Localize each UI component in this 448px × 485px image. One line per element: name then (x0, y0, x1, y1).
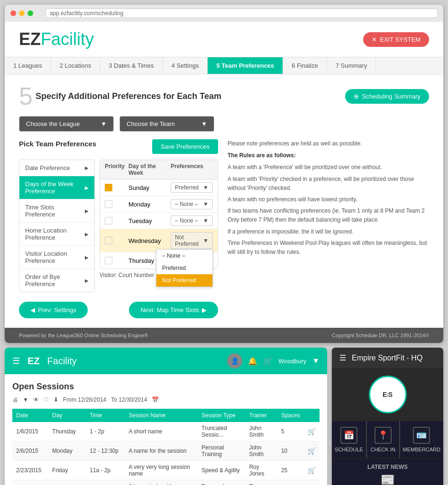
dropdown-option-none[interactable]: – None – (156, 250, 212, 262)
dropdown-option-not-preferred[interactable]: Not Preferred (156, 274, 212, 287)
sessions-table: Date Day Time Session Name Session Type … (12, 409, 320, 485)
exit-system-button[interactable]: ✕ EXIT SYSTEM (363, 32, 429, 47)
pref-item-visitor-location[interactable]: Visitor Location Preference ▶ (19, 246, 94, 269)
table-row: Monday – None – ▼ (100, 196, 218, 213)
calendar-icon[interactable]: 📅 (152, 396, 159, 403)
col-session-type[interactable]: Session Type (198, 409, 245, 422)
pref-item-time-slots[interactable]: Time Slots Preference ▶ (19, 199, 94, 223)
chevron-down-icon: ▼ (203, 237, 209, 244)
prev-button[interactable]: ◀ Prev: Settings (19, 302, 88, 318)
logo: EZFacility (19, 29, 94, 49)
col-action (304, 409, 320, 422)
step-number: 5 (19, 84, 33, 108)
priority-checkbox-thursday[interactable] (105, 257, 112, 264)
tab-team-preferences[interactable]: 5 Team Preferences (208, 57, 283, 74)
empire-header: ☰ Empire SportFit - HQ (332, 348, 443, 368)
arrow-icon: ▶ (85, 255, 89, 260)
hamburger-menu-icon[interactable]: ☰ (339, 353, 346, 362)
pref-dropdown-sunday[interactable]: Preferred ▼ (171, 182, 213, 193)
close-window-icon[interactable] (10, 10, 16, 16)
choose-team-dropdown[interactable]: Choose the Team ▼ (119, 116, 214, 132)
empire-logo-area: E | S (332, 368, 443, 421)
pref-item-bye-order[interactable]: Order of Bye Preference ▶ (19, 269, 94, 292)
col-time[interactable]: Time (86, 409, 125, 422)
schedule-item[interactable]: 📅 SCHEDULE (332, 421, 366, 458)
table-row: Tuesday – None – ▼ (100, 213, 218, 229)
priority-checkbox-tuesday[interactable] (105, 217, 112, 225)
rules-info: Please note preferences are held as well… (228, 139, 429, 257)
cart-icon[interactable]: 🛒 (308, 447, 316, 455)
col-session-name[interactable]: Session Name (125, 409, 198, 422)
cart-icon[interactable]: 🛒 (308, 428, 316, 435)
arrow-icon: ▶ (85, 165, 89, 171)
col-date[interactable]: Date (12, 409, 48, 422)
table-row: 2/23/2015Friday11a - 2pA very very long … (12, 461, 320, 480)
table-header-row: Date Day Time Session Name Session Type … (12, 409, 320, 422)
footer: Powered by the League360 Online Scheduli… (5, 328, 443, 343)
dropdown-popup-menu: – None – Preferred Not Preferred (156, 249, 213, 287)
dropdown-option-preferred[interactable]: Preferred (156, 262, 212, 274)
chevron-down-icon: ▼ (203, 217, 209, 224)
step-header: 5 Specify Additional Preferences for Eac… (19, 84, 429, 108)
pref-dropdown-monday[interactable]: – None – ▼ (171, 199, 213, 209)
tab-finalize[interactable]: 6 Finalize (283, 57, 327, 74)
maximize-window-icon[interactable] (27, 10, 33, 16)
sessions-panel: ☰ EZFacility 👤 🔔 🛒 Woodbury ▼ Open Sessi… (5, 348, 327, 485)
pick-team-pref-title: Pick Team Preferences (19, 140, 96, 148)
pref-item-days[interactable]: Days of the Week Preference ▶ (19, 176, 94, 199)
membercard-item[interactable]: 🪪 MEMBERCARD (400, 421, 443, 458)
filter-icon[interactable]: ▼ (23, 396, 28, 403)
choose-league-dropdown[interactable]: Choose the League ▼ (19, 116, 114, 132)
priority-checkbox-sunday[interactable] (105, 184, 112, 191)
preference-table: Priority Day of the Week Preferences Sun… (100, 160, 218, 269)
view-icon[interactable]: 👁 (33, 396, 39, 403)
league-team-dropdowns: Choose the League ▼ Choose the Team ▼ (19, 116, 429, 132)
export-icon[interactable]: ⬇ (54, 396, 58, 403)
minimize-window-icon[interactable] (19, 10, 25, 16)
bell-icon[interactable]: 🔔 (248, 357, 257, 366)
pref-item-home-location[interactable]: Home Location Preference ▶ (19, 223, 94, 246)
next-button[interactable]: Next: Map Time Slots ▶ (129, 302, 218, 318)
empire-nav-grid: 📅 SCHEDULE 📍 CHECK IN 🪪 MEMBERCARD (332, 421, 443, 458)
location-text: Woodbury (278, 358, 306, 365)
content-row: Pick Team Preferences Save Preferences D… (19, 139, 429, 318)
right-panel: Please note preferences are held as well… (228, 139, 429, 318)
tab-locations[interactable]: 2 Locations (51, 57, 101, 74)
tab-dates-times[interactable]: 3 Dates & Times (100, 57, 163, 74)
date-from-label: From 12/26/2014 (63, 396, 106, 403)
sessions-logo-facility: Facility (47, 356, 77, 367)
pref-item-date[interactable]: Date Preference ▶ (19, 160, 94, 176)
scheduling-summary-button[interactable]: ⊕ Scheduling Summary (345, 89, 429, 104)
arrow-icon: ▶ (85, 232, 89, 237)
date-to-label: To 12/30/2014 (111, 396, 147, 403)
empire-logo: E | S (369, 376, 407, 413)
tab-leagues[interactable]: 1 Leagues (5, 57, 51, 74)
col-spaces[interactable]: Spaces (277, 409, 304, 422)
hamburger-menu-icon[interactable]: ☰ (12, 356, 20, 366)
cart-icon[interactable]: 🛒 (308, 467, 316, 474)
heart-icon[interactable]: ♡ (44, 396, 49, 403)
priority-checkbox-monday[interactable] (105, 200, 112, 208)
check-in-item[interactable]: 📍 CHECK IN (367, 421, 399, 458)
pref-dropdown-tuesday[interactable]: – None – ▼ (171, 216, 213, 226)
pref-dropdown-wednesday[interactable]: Not Preferred ▼ – None – Preferred Not P… (171, 232, 213, 249)
chevron-down-icon: ▼ (312, 357, 320, 365)
col-trainer[interactable]: Trainer (245, 409, 277, 422)
chevron-left-icon: ◀ (30, 306, 35, 314)
tab-summary[interactable]: 7 Summary (327, 57, 376, 74)
step-tabs: 1 Leagues 2 Locations 3 Dates & Times 4 … (5, 57, 443, 74)
logo-facility: Facility (41, 29, 94, 49)
print-icon[interactable]: 🖨 (12, 396, 18, 403)
logo-ez: EZ (19, 29, 41, 49)
pref-layout: Date Preference ▶ Days of the Week Prefe… (19, 160, 218, 292)
step-title-area: 5 Specify Additional Preferences for Eac… (19, 84, 221, 108)
nav-buttons: ◀ Prev: Settings Next: Map Time Slots ▶ (19, 302, 218, 318)
priority-checkbox-wednesday[interactable] (105, 237, 112, 244)
address-bar: app.ezfacility.com/scheduling (46, 9, 438, 18)
preference-menu: Date Preference ▶ Days of the Week Prefe… (19, 160, 95, 292)
save-preferences-button[interactable]: Save Preferences (152, 139, 218, 154)
cart-icon[interactable]: 🛒 (263, 357, 273, 366)
tab-settings[interactable]: 4 Settings (163, 57, 208, 74)
col-day[interactable]: Day (48, 409, 86, 422)
latest-news-section: LATEST NEWS 📰 (332, 459, 443, 485)
